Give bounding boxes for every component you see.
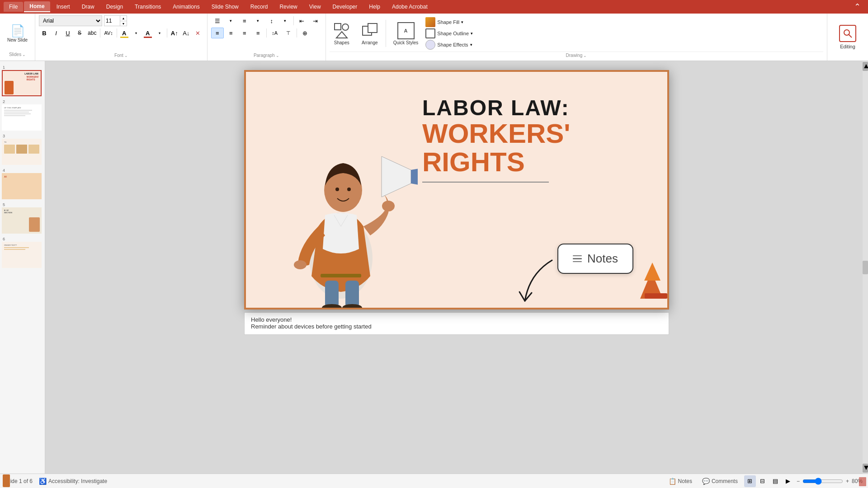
tab-adobe[interactable]: Adobe Acrobat <box>387 2 433 12</box>
smartart-button[interactable]: ⊕ <box>299 28 311 38</box>
normal-view-btn[interactable]: ⊞ <box>744 475 756 487</box>
bullet-list-button[interactable]: ☰ <box>211 15 224 26</box>
font-size-increase-btn[interactable]: ▲ <box>120 16 127 21</box>
numbered-list-dropdown[interactable]: ▾ <box>252 15 264 26</box>
svg-line-6 <box>849 34 852 38</box>
shape-effects-button[interactable]: Shape Effects ▾ <box>425 40 473 50</box>
drawing-divider <box>386 20 386 47</box>
para-divider <box>293 16 294 25</box>
tab-developer[interactable]: Developer <box>327 2 363 12</box>
font-size-decrease-btn[interactable]: ▼ <box>120 21 127 26</box>
tab-record[interactable]: Record <box>245 2 274 12</box>
line-spacing-button[interactable]: ↕ <box>265 15 278 26</box>
editing-button[interactable]: Editing <box>835 17 861 57</box>
font-size-decrease-btn2[interactable]: A↓ <box>181 28 192 38</box>
font-size-input[interactable] <box>104 16 120 26</box>
tab-design[interactable]: Design <box>101 2 128 12</box>
zoom-minus-btn[interactable]: − <box>797 478 800 484</box>
shape-outline-button[interactable]: Shape Outline ▾ <box>425 28 473 38</box>
slide-thumb-5[interactable]: 5 IE OFSECTION <box>2 202 43 234</box>
slide-thumb-3[interactable]: 3 TS <box>2 133 43 165</box>
svg-point-14 <box>347 188 351 191</box>
underline-button[interactable]: U <box>62 28 73 38</box>
slide-canvas[interactable]: LABOR LAW: WORKERS' RIGHTS <box>244 70 669 310</box>
speaker-notes-area[interactable]: Hello everyone! Reminder about devices b… <box>244 312 669 335</box>
slide-thumb-4[interactable]: 4 A! <box>2 168 43 199</box>
paragraph-group-label[interactable]: Paragraph ⌄ <box>211 52 322 59</box>
minimize-ribbon-icon[interactable]: ⌃ <box>850 2 864 12</box>
font-group-label[interactable]: Font ⌄ <box>39 52 203 59</box>
zoom-slider[interactable] <box>802 478 843 485</box>
main-area: 1 LABOR LAW: WORKERS'RIGHTS 2 OF THIS TE… <box>0 61 868 474</box>
svg-rect-9 <box>345 281 359 308</box>
thumb1-sub: WORKERS'RIGHTS <box>27 76 39 81</box>
drawing-tools-row: Shapes Arrange A Q <box>330 15 823 52</box>
align-left-button[interactable]: ≡ <box>211 28 224 38</box>
new-slide-button[interactable]: 📄 New Slide <box>5 16 30 51</box>
bold-button[interactable]: B <box>39 28 50 38</box>
slide-thumb-1[interactable]: 1 LABOR LAW: WORKERS'RIGHTS <box>2 65 43 96</box>
italic-button[interactable]: I <box>51 28 61 38</box>
quick-styles-button[interactable]: A Quick Styles <box>390 20 422 47</box>
tab-draw[interactable]: Draw <box>76 2 100 12</box>
status-bar: Slide 1 of 6 ♿ Accessibility: Investigat… <box>0 474 868 488</box>
accessibility-btn[interactable]: ♿ Accessibility: Investigate <box>39 478 107 485</box>
char-spacing-button[interactable]: AV↕ <box>102 28 114 38</box>
clear-format-button[interactable]: ✕ <box>193 28 203 38</box>
align-justify-button[interactable]: ≡ <box>252 28 264 38</box>
indent-decrease-button[interactable]: ⇤ <box>296 15 308 26</box>
align-center-button[interactable]: ≡ <box>225 28 237 38</box>
scroll-up-btn[interactable]: ▲ <box>863 62 868 71</box>
text-direction-button[interactable]: ↕A <box>269 28 281 38</box>
text-align-v-button[interactable]: ⊤ <box>282 28 295 38</box>
shadow-button[interactable]: abc <box>86 28 98 38</box>
shape-effects-dropdown[interactable]: ▾ <box>470 42 472 47</box>
shape-fill-dropdown[interactable]: ▾ <box>461 20 463 24</box>
tab-transitions[interactable]: Transitions <box>129 2 166 12</box>
notes-callout-area: Notes <box>557 244 633 274</box>
highlight-color-button[interactable]: A <box>142 28 153 38</box>
font-color-dropdown[interactable]: ▾ <box>131 28 142 38</box>
tab-help[interactable]: Help <box>363 2 386 12</box>
line-spacing-dropdown[interactable]: ▾ <box>279 15 292 26</box>
comments-status-button[interactable]: 💬 Comments <box>698 477 741 486</box>
tab-insert[interactable]: Insert <box>51 2 75 12</box>
tab-view[interactable]: View <box>304 2 326 12</box>
quick-styles-icon: A <box>397 22 415 39</box>
scroll-thumb[interactable] <box>863 261 868 274</box>
font-color-button[interactable]: A <box>119 28 130 38</box>
tab-review[interactable]: Review <box>274 2 302 12</box>
tab-home[interactable]: Home <box>24 1 50 12</box>
numbered-list-button[interactable]: ≡ <box>238 15 251 26</box>
slides-group-label[interactable]: Slides ⌄ <box>9 51 26 58</box>
shape-fill-button[interactable]: Shape Fill ▾ <box>425 17 473 27</box>
reading-view-btn[interactable]: ▤ <box>769 475 781 487</box>
slide-thumb-6[interactable]: 6 ONGER TEXT? <box>2 236 43 268</box>
zoom-plus-btn[interactable]: + <box>846 478 849 484</box>
vertical-scrollbar[interactable]: ▲ ▼ <box>863 61 868 474</box>
arrange-button[interactable]: Arrange <box>358 20 382 47</box>
slideshow-btn[interactable]: ▶ <box>782 475 794 487</box>
strikethrough-button[interactable]: S <box>74 28 85 38</box>
font-name-select[interactable]: Arial <box>39 15 102 26</box>
bullet-list-dropdown[interactable]: ▾ <box>225 15 237 26</box>
slides-group: 📄 New Slide Slides ⌄ <box>0 14 35 61</box>
align-right-button[interactable]: ≡ <box>238 28 251 38</box>
shapes-button[interactable]: Shapes <box>330 20 354 47</box>
svg-point-11 <box>342 304 362 308</box>
tab-animations[interactable]: Animations <box>167 2 205 12</box>
notes-status-button[interactable]: 📋 Notes <box>665 477 696 486</box>
tab-slideshow[interactable]: Slide Show <box>206 2 244 12</box>
highlight-dropdown[interactable]: ▾ <box>154 28 165 38</box>
slide-title-line2: WORKERS' <box>422 119 649 148</box>
shape-outline-dropdown[interactable]: ▾ <box>471 31 473 36</box>
scroll-down-btn[interactable]: ▼ <box>863 464 868 473</box>
drawing-group-label[interactable]: Drawing ⌄ <box>330 52 823 59</box>
font-size-increase-btn2[interactable]: A↑ <box>169 28 180 38</box>
indent-increase-button[interactable]: ⇥ <box>309 15 322 26</box>
status-left: Slide 1 of 6 ♿ Accessibility: Investigat… <box>5 478 107 485</box>
tab-file[interactable]: File <box>4 2 23 12</box>
slide-thumb-2[interactable]: 2 OF THIS TEMPLATE <box>2 99 43 131</box>
thumb5-fig <box>29 217 40 232</box>
slide-sorter-view-btn[interactable]: ⊟ <box>757 475 769 487</box>
